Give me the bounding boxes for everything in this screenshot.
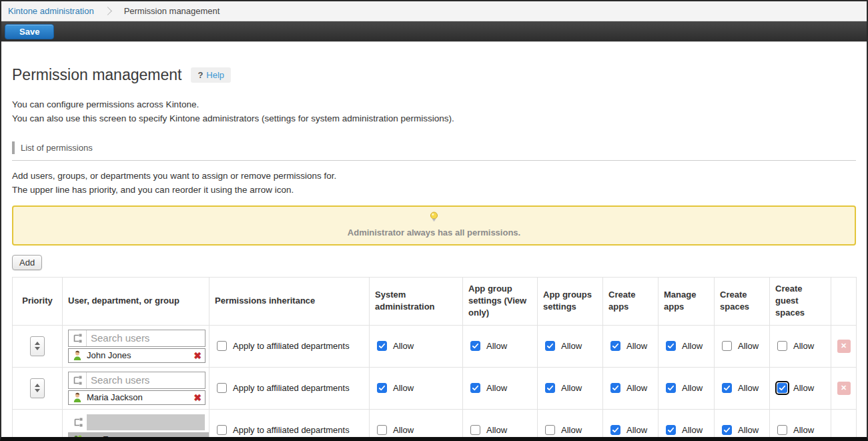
allow-label: Allow: [393, 341, 414, 351]
instructions-line-2: The upper line has priority, and you can…: [12, 185, 294, 195]
allow-checkbox[interactable]: [377, 383, 387, 393]
checkbox-focus-ring: [608, 339, 622, 353]
allow-checkbox[interactable]: [722, 383, 732, 393]
search-users-input[interactable]: [87, 332, 205, 344]
permission-cell: Allow: [370, 409, 463, 441]
allow-checkbox[interactable]: [666, 425, 676, 435]
allow-checkbox[interactable]: [545, 383, 555, 393]
permission-cell: Allow: [538, 409, 603, 441]
delete-row-button[interactable]: ✕: [837, 382, 851, 395]
description-line-2: You can also use this screen to specify …: [12, 113, 454, 123]
permission-cell: Allow: [370, 325, 463, 367]
inheritance-checkbox[interactable]: [217, 383, 227, 393]
delete-row-button[interactable]: ✕: [837, 340, 851, 353]
allow-checkbox[interactable]: [610, 383, 620, 393]
help-button[interactable]: ? Help: [191, 67, 231, 83]
actions-cell: ✕: [831, 367, 857, 409]
help-label: Help: [206, 70, 224, 80]
page-description: You can configure permissions across Kin…: [12, 97, 856, 125]
allow-checkbox[interactable]: [610, 425, 620, 435]
allow-checkbox[interactable]: [470, 341, 480, 351]
allow-label: Allow: [738, 341, 759, 351]
inheritance-label: Apply to affiliated departments: [233, 383, 350, 393]
allow-checkbox[interactable]: [545, 425, 555, 435]
allow-checkbox[interactable]: [545, 341, 555, 351]
permission-row: EveryoneApply to affiliated departmentsA…: [13, 409, 857, 441]
allow-label: Allow: [486, 341, 507, 351]
table-header-row: PriorityUser, department, or groupPermis…: [13, 278, 857, 326]
allow-label: Allow: [793, 383, 814, 393]
permission-cell: Allow: [659, 325, 715, 367]
org-tree-icon[interactable]: [69, 372, 87, 388]
allow-label: Allow: [738, 383, 759, 393]
column-header: App groups settings: [538, 278, 603, 326]
allow-checkbox[interactable]: [666, 383, 676, 393]
checkbox-focus-ring: [215, 339, 229, 353]
allow-checkbox[interactable]: [777, 383, 787, 393]
allow-checkbox[interactable]: [777, 341, 787, 351]
checkbox-focus-ring: [543, 423, 557, 437]
org-tree-icon: [69, 414, 87, 430]
selected-entity-name: Everyone: [103, 434, 139, 441]
allow-checkbox[interactable]: [470, 425, 480, 435]
actions-cell: [831, 409, 857, 441]
permission-cell: Allow: [603, 409, 659, 441]
checkbox-focus-ring: [775, 381, 789, 395]
title-row: Permission management ? Help: [12, 66, 856, 84]
permission-cell: Allow: [370, 367, 463, 409]
priority-cell: [13, 325, 63, 367]
admin-notice-text: Administrator always has all permissions…: [13, 228, 855, 238]
allow-checkbox[interactable]: [722, 425, 732, 435]
actions-cell: ✕: [831, 325, 857, 367]
reorder-priority-button[interactable]: [30, 336, 45, 356]
inheritance-cell: Apply to affiliated departments: [209, 325, 370, 367]
main-content: Permission management ? Help You can con…: [1, 42, 867, 441]
reorder-priority-button[interactable]: [30, 378, 45, 398]
permission-cell: Allow: [770, 325, 831, 367]
permissions-table: PriorityUser, department, or groupPermis…: [12, 277, 857, 441]
inheritance-checkbox[interactable]: [217, 425, 227, 435]
allow-checkbox[interactable]: [377, 425, 387, 435]
permission-row: John Jones✖Apply to affiliated departmen…: [13, 325, 857, 367]
group-icon: [72, 434, 84, 441]
arrow-up-icon: [35, 384, 40, 387]
search-users-input[interactable]: [87, 374, 205, 386]
breadcrumb-link-kintone-administration[interactable]: Kintone administration: [8, 6, 94, 16]
allow-label: Allow: [393, 425, 414, 435]
save-button[interactable]: Save: [5, 24, 54, 39]
allow-checkbox[interactable]: [610, 341, 620, 351]
allow-label: Allow: [682, 383, 703, 393]
allow-label: Allow: [682, 425, 703, 435]
selected-entity-name: Maria Jackson: [87, 392, 189, 402]
remove-entity-icon[interactable]: ✖: [193, 392, 201, 403]
column-header: Create guest spaces: [770, 278, 831, 326]
add-button[interactable]: Add: [12, 255, 42, 270]
column-header: Create spaces: [715, 278, 770, 326]
allow-checkbox[interactable]: [377, 341, 387, 351]
allow-checkbox[interactable]: [722, 341, 732, 351]
permission-row: Maria Jackson✖Apply to affiliated depart…: [13, 367, 857, 409]
allow-checkbox[interactable]: [470, 383, 480, 393]
inheritance-cell: Apply to affiliated departments: [209, 409, 370, 441]
inheritance-checkbox[interactable]: [217, 341, 227, 351]
admin-notice-banner: Administrator always has all permissions…: [12, 205, 856, 246]
column-header: Permissions inheritance: [209, 278, 370, 326]
allow-label: Allow: [486, 425, 507, 435]
checkbox-focus-ring: [664, 423, 678, 437]
remove-entity-icon[interactable]: ✖: [193, 350, 201, 361]
action-toolbar: Save: [1, 21, 867, 42]
checkbox-focus-ring: [543, 381, 557, 395]
column-header: App group settings (View only): [463, 278, 538, 326]
column-header: User, department, or group: [63, 278, 209, 326]
permission-cell: Allow: [463, 409, 538, 441]
checkbox-focus-ring: [608, 423, 622, 437]
permission-cell: Allow: [659, 367, 715, 409]
checkbox-focus-ring: [468, 423, 482, 437]
org-tree-icon[interactable]: [69, 330, 87, 346]
permission-cell: Allow: [538, 367, 603, 409]
checkbox-focus-ring: [215, 423, 229, 437]
inheritance-label: Apply to affiliated departments: [233, 341, 350, 351]
checkbox-focus-ring: [215, 381, 229, 395]
allow-checkbox[interactable]: [666, 341, 676, 351]
allow-checkbox[interactable]: [777, 425, 787, 435]
